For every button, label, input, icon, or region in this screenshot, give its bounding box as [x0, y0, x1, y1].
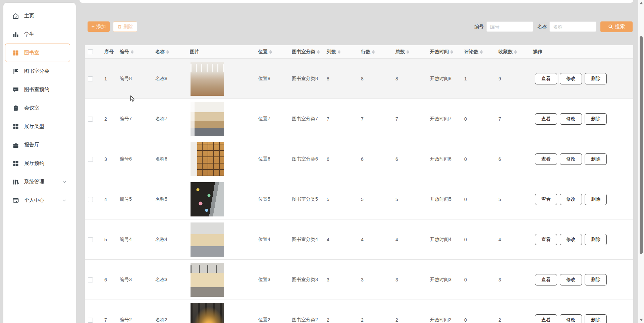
sidebar-item-7[interactable]: 展厅类型	[5, 117, 70, 136]
view-button[interactable]: 查看	[535, 234, 557, 245]
room-photo[interactable]	[191, 62, 224, 96]
row-checkbox[interactable]	[88, 318, 93, 323]
scrollbar-thumb[interactable]	[640, 36, 643, 254]
sort-icon[interactable]	[480, 50, 483, 54]
cell-total: 6	[392, 156, 427, 162]
cell-category: 图书室分类6	[288, 156, 323, 162]
column-header-label: 名称	[155, 49, 165, 55]
sidebar-item-label: 展厅预约	[24, 160, 44, 167]
delete-row-button[interactable]: 删除	[585, 73, 607, 84]
scroll-down-arrow-icon[interactable]	[640, 319, 643, 321]
cell-image	[186, 142, 255, 176]
sidebar-item-2[interactable]: 学生	[5, 25, 70, 44]
cell-col_count: 8	[323, 76, 358, 81]
select-all-checkbox[interactable]	[88, 49, 93, 54]
sort-icon[interactable]	[514, 50, 517, 54]
delete-row-button[interactable]: 删除	[585, 234, 607, 245]
row-checkbox[interactable]	[88, 237, 93, 242]
delete-row-button[interactable]: 删除	[585, 194, 607, 205]
sort-icon[interactable]	[131, 50, 133, 54]
cell-total: 2	[392, 317, 427, 323]
sidebar-item-11[interactable]: 个人中心	[5, 191, 70, 209]
sidebar-item-label: 展厅类型	[24, 123, 44, 130]
cell-name: 名称4	[152, 237, 186, 243]
edit-button[interactable]: 修改	[560, 113, 582, 125]
search-button-label: 搜索	[615, 23, 625, 30]
room-photo[interactable]	[191, 102, 224, 136]
cell-favorites: 7	[495, 116, 530, 122]
room-photo[interactable]	[191, 263, 224, 297]
sort-icon[interactable]	[407, 50, 409, 54]
sidebar-item-6[interactable]: 会议室	[5, 99, 70, 117]
cell-location: 位置6	[255, 156, 288, 162]
view-button[interactable]: 查看	[535, 73, 557, 84]
delete-row-button[interactable]: 删除	[585, 113, 607, 125]
sidebar-item-4[interactable]: 图书室分类	[5, 62, 70, 80]
cell-category: 图书室分类3	[288, 277, 323, 283]
sort-icon[interactable]	[338, 50, 340, 54]
row-select-cell	[85, 76, 101, 81]
row-checkbox[interactable]	[88, 157, 93, 162]
data-table: 序号编号名称图片位置图书室分类列数行数总数开放时间评论数收藏数操作 1编号8名称…	[85, 45, 633, 323]
column-header: 总数	[392, 49, 427, 55]
row-actions: 查看修改删除	[530, 73, 633, 84]
cell-open_time: 开放时间2	[427, 317, 461, 323]
sort-icon[interactable]	[269, 50, 272, 54]
column-header-label: 序号	[104, 49, 114, 55]
vertical-scrollbar[interactable]	[638, 0, 644, 323]
sidebar-item-label: 报告厅	[24, 142, 39, 148]
search-button[interactable]: 搜索	[600, 21, 633, 32]
sort-icon[interactable]	[317, 50, 320, 54]
edit-button[interactable]: 修改	[560, 73, 582, 84]
cell-name: 名称2	[152, 317, 186, 323]
sidebar-nav: 主页学生图书室图书室分类图书室预约会议室展厅类型报告厅展厅预约系统管理个人中心	[3, 7, 76, 209]
room-photo[interactable]	[191, 222, 224, 257]
cell-row_count: 4	[358, 237, 392, 242]
delete-row-button[interactable]: 删除	[585, 153, 607, 165]
row-checkbox[interactable]	[88, 76, 93, 81]
row-select-cell	[85, 156, 101, 162]
sidebar-item-10[interactable]: 系统管理	[5, 173, 70, 191]
sidebar-item-label: 图书室分类	[24, 68, 49, 74]
column-header: 评论数	[461, 49, 495, 55]
view-button[interactable]: 查看	[535, 194, 557, 205]
sort-icon[interactable]	[450, 50, 453, 54]
cell-name: 名称5	[152, 196, 186, 202]
table-row: 1编号8名称8位置8图书室分类8888开放时间819查看修改删除	[85, 59, 633, 99]
edit-button[interactable]: 修改	[560, 314, 582, 323]
scroll-up-arrow-icon[interactable]	[640, 2, 643, 4]
edit-button[interactable]: 修改	[560, 153, 582, 165]
view-button[interactable]: 查看	[535, 274, 557, 285]
cell-location: 位置5	[255, 196, 288, 202]
view-button[interactable]: 查看	[535, 113, 557, 125]
cell-open_time: 开放时间8	[427, 76, 461, 82]
name-search-input[interactable]	[549, 21, 596, 32]
message-icon	[12, 86, 19, 93]
add-button[interactable]: + 添加	[88, 21, 110, 32]
header-select-cell	[85, 49, 101, 54]
edit-button[interactable]: 修改	[560, 194, 582, 205]
sort-icon[interactable]	[166, 50, 169, 54]
sort-icon[interactable]	[372, 50, 375, 54]
row-checkbox[interactable]	[88, 197, 93, 202]
sidebar-item-8[interactable]: 报告厅	[5, 136, 70, 154]
view-button[interactable]: 查看	[535, 153, 557, 165]
sidebar-item-1[interactable]: 主页	[5, 7, 70, 25]
room-photo[interactable]	[191, 303, 224, 323]
room-photo[interactable]	[191, 142, 224, 176]
room-photo[interactable]	[191, 182, 224, 216]
sidebar-item-5[interactable]: 图书室预约	[5, 80, 70, 99]
edit-button[interactable]: 修改	[560, 234, 582, 245]
sidebar-item-3[interactable]: 图书室	[5, 44, 70, 62]
briefcase-icon	[12, 142, 19, 148]
delete-button[interactable]: 删除	[113, 21, 137, 32]
sidebar-item-9[interactable]: 展厅预约	[5, 154, 70, 173]
row-checkbox[interactable]	[88, 117, 93, 122]
row-checkbox[interactable]	[88, 277, 93, 282]
edit-button[interactable]: 修改	[560, 274, 582, 285]
delete-row-button[interactable]: 删除	[585, 314, 607, 323]
no-search-input[interactable]	[486, 21, 533, 32]
delete-row-button[interactable]: 删除	[585, 274, 607, 285]
column-header: 操作	[530, 49, 633, 55]
view-button[interactable]: 查看	[535, 314, 557, 323]
